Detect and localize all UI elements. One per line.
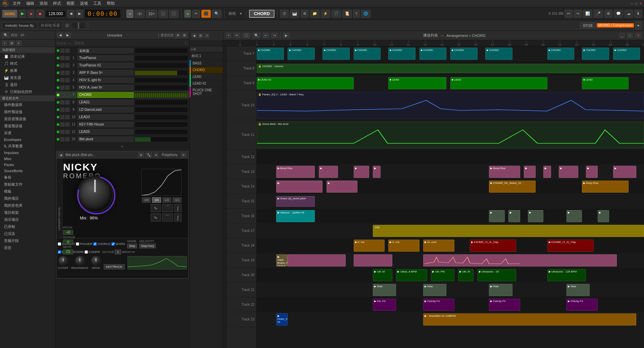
sidebar-item-channel-presets[interactable]: 通道预设值 (0, 122, 55, 130)
clip-chord-volume[interactable]: 🔒 CHORD - Volume (257, 64, 644, 73)
ch-led-2[interactable] (57, 64, 59, 67)
ch-btn-chord-a[interactable] (60, 93, 64, 97)
plugin-presets-btn[interactable]: ▾ (154, 153, 158, 157)
clip-chord-5[interactable]: ■ CHORD (388, 48, 415, 60)
clip-chord-1[interactable]: ■ CHORD (257, 48, 284, 60)
fl-logo[interactable]: FL (2, 0, 9, 7)
song-mode-btn[interactable]: SONG (2, 10, 17, 18)
ch-led-8bit[interactable] (57, 138, 59, 141)
clip-beep-9[interactable]: ▶ (586, 166, 598, 178)
pl-undo-btn[interactable]: ↩ (263, 33, 269, 38)
clip-gray-4[interactable]: ▶ (566, 210, 582, 222)
stop-btn[interactable]: ■ (28, 10, 35, 18)
pl-close-btn[interactable]: ✕ (635, 33, 641, 38)
clip-felicity-1[interactable]: ▶ Felicity FX (423, 299, 454, 311)
track-label-20[interactable]: Track 20 (227, 268, 256, 283)
sidebar-item-impulses[interactable]: Impulses (0, 150, 55, 156)
sidebar-item-score[interactable]: 乐谱 (0, 130, 55, 137)
next-btn[interactable]: ▶ (76, 10, 83, 18)
channel-prev-btn[interactable]: ◀ (57, 33, 63, 38)
ch-led-key[interactable] (57, 123, 59, 126)
ch-pattern-4[interactable] (135, 78, 188, 83)
sidebar-item-voice[interactable]: 语音 (0, 244, 55, 251)
sidebar-item-il-share[interactable]: IL 共享数量 (0, 143, 55, 150)
track-label-13[interactable]: Track 13 (227, 164, 256, 179)
ch-name-lead5[interactable]: LEAD5 (78, 129, 134, 135)
bpm-display[interactable]: 128.000 (46, 10, 66, 17)
master-solo[interactable] (63, 42, 66, 45)
clip-clark-3[interactable] (423, 254, 617, 266)
add-channel-btn[interactable]: + (185, 41, 188, 45)
prev-btn[interactable]: ◀ (67, 10, 75, 18)
ch-btn-b[interactable] (65, 49, 69, 53)
ch-btn-2b[interactable] (65, 63, 69, 67)
main-knob[interactable] (77, 176, 113, 212)
master-led[interactable] (57, 42, 59, 45)
effect-phaser[interactable]: PHASER (76, 240, 92, 248)
pl-pencil-btn[interactable]: ✏ (234, 33, 240, 38)
sidebar-item-recorded[interactable]: 已录制 (0, 223, 55, 230)
clip-klume[interactable]: ▶ Ki..ume (423, 240, 454, 252)
velocity-selector[interactable]: Step+Key (139, 244, 156, 248)
undo-btn[interactable]: ↩ (565, 10, 573, 18)
pitch-slider[interactable] (72, 22, 85, 29)
track-label-19[interactable]: Track 19 (227, 253, 256, 268)
internet-btn[interactable]: 🌐 (361, 10, 370, 18)
sidebar-item-plugin-presets[interactable]: 插件预设值 (0, 108, 55, 115)
distort-checkbox[interactable] (58, 242, 61, 246)
clip-eq-automation[interactable]: 🔒 Param_EQ 2 - LEAD - Band 7 freq (257, 92, 644, 119)
ch-btn-3b[interactable] (65, 71, 69, 75)
ch-led-sampler[interactable] (57, 49, 59, 52)
clip-ultr-1[interactable]: ▶ Ultr..M (373, 269, 392, 281)
pitch-val[interactable]: +0 (63, 230, 73, 235)
effect-warm[interactable]: WARM (111, 240, 125, 248)
clip-ultrasonic-2[interactable]: ▶ Ultrasonic - 128 BPM (547, 269, 586, 281)
track-label-9[interactable]: Track 9 (227, 76, 256, 91)
clip-ultras-1[interactable]: ▶ Ultras..8 BPM (396, 269, 427, 281)
clip-chord-8[interactable]: ■ CHORD (485, 48, 512, 60)
channel-options-btn[interactable]: ⚙ (175, 33, 181, 38)
sidebar-item-generators[interactable]: 🎹 发生器 (0, 74, 55, 81)
menu-file[interactable]: 文件 (11, 1, 22, 6)
ch-pattern-ld[interactable] (135, 107, 188, 112)
clip-ultr-pm[interactable]: ▶ Ultr..PM (431, 269, 454, 281)
effect-chorus[interactable]: CHORUS (93, 240, 110, 248)
clip-kshmr-1[interactable]: ▶ KSHMR_Re_Attack_02 (489, 181, 535, 193)
ch-btn-lead1b[interactable] (65, 100, 69, 104)
pl-select-btn[interactable]: ⬛ (243, 33, 250, 38)
ch-pattern-chord[interactable] (135, 92, 188, 98)
clip-chord-11[interactable]: ■ CHORD (613, 48, 640, 60)
wave-btn-1[interactable]: ∿ (151, 204, 161, 212)
clip-beep-8[interactable]: ▶ (559, 166, 578, 178)
sidebar-item-effects[interactable]: ⚡ 效果 (0, 67, 55, 74)
clip-chord-7[interactable]: ■ CHORD (450, 48, 478, 60)
pl-minimize-btn[interactable]: _ (619, 33, 625, 38)
ch-name-4[interactable]: HOV S..ight 9♯ (78, 78, 134, 83)
help-tool-btn[interactable]: ? (353, 10, 360, 18)
ratio-1-2[interactable]: 1/2 (162, 197, 171, 203)
ch-name-8bit[interactable]: 8bit pluck (78, 137, 134, 142)
clip-chord-9[interactable]: ■ CHORD (547, 48, 575, 60)
ch-led-lead3[interactable] (57, 116, 59, 118)
ch-btn-lead3b[interactable] (65, 115, 69, 119)
clip-clark-2[interactable] (354, 254, 392, 266)
clip-lead-3[interactable]: ■ LEAD (582, 77, 628, 89)
ch-pattern-key[interactable] (135, 122, 188, 127)
pl-add-btn[interactable]: + (226, 33, 231, 38)
compr-checkbox[interactable] (85, 250, 88, 254)
volume-knob-small[interactable] (64, 22, 70, 29)
sidebar-item-templates[interactable]: 模板 (0, 188, 55, 195)
search-btn[interactable]: 🔍 (2, 33, 9, 38)
warm-checkbox[interactable] (111, 242, 115, 246)
ch-pattern-1[interactable] (135, 55, 188, 61)
ch-name-1[interactable]: TruePianos (78, 55, 134, 61)
sidebar-item-demo-projects[interactable]: 演示项目 (0, 216, 55, 223)
clip-beep-5[interactable]: ▶ Beep Rise (489, 166, 520, 178)
clip-sample-1[interactable]: ▶ (276, 181, 323, 193)
preset-label[interactable]: 自动化/乐器 (38, 22, 62, 29)
ch-pattern-2[interactable] (135, 63, 188, 68)
clip-beep-1[interactable]: ▶ Beep Rise (276, 166, 315, 178)
ch-pattern-lead1[interactable] (135, 100, 188, 105)
clip-beep-2[interactable]: ▶ (319, 166, 338, 178)
track-label-11[interactable]: Track 11 (227, 120, 256, 150)
